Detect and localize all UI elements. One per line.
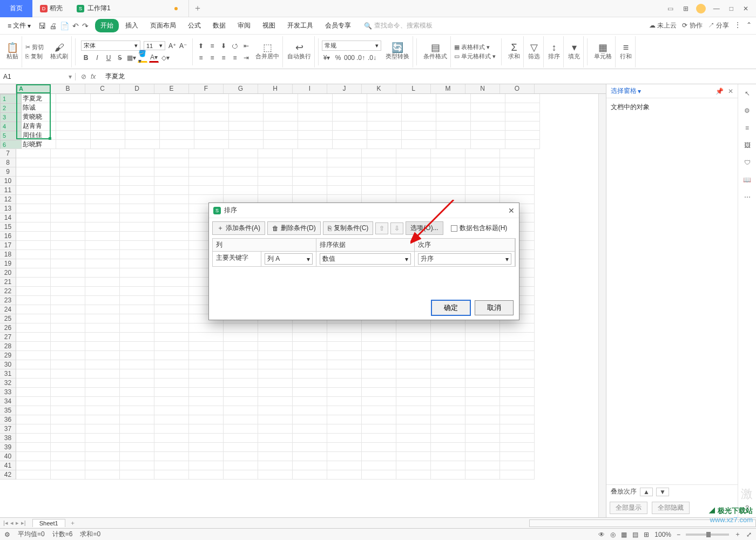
move-down-button[interactable]: ⇩ bbox=[390, 222, 403, 234]
font-select[interactable]: 宋体▾ bbox=[81, 40, 140, 51]
redo-icon[interactable]: ↷ bbox=[82, 22, 89, 30]
rail-protect-icon[interactable]: 🛡 bbox=[744, 159, 751, 166]
grow-font-icon[interactable]: A⁺ bbox=[168, 42, 176, 50]
sheet-last-icon[interactable]: ▸| bbox=[21, 519, 26, 526]
options-button[interactable]: 选项(O)... bbox=[406, 221, 443, 235]
preview-icon[interactable]: 📄 bbox=[60, 22, 69, 30]
bold-icon[interactable]: B bbox=[81, 53, 91, 63]
tab-data[interactable]: 数据 bbox=[207, 19, 231, 32]
font-color-icon[interactable]: A▾ bbox=[149, 53, 159, 63]
command-search[interactable]: 🔍 查找命令、搜索模板 bbox=[364, 21, 433, 30]
tab-add-button[interactable]: ＋ bbox=[189, 3, 206, 14]
comma-icon[interactable]: 000 bbox=[345, 53, 354, 63]
reading-icon[interactable]: 👁 bbox=[598, 531, 605, 538]
wrap-button[interactable]: ↩自动换行 bbox=[284, 36, 315, 68]
close-pane-icon[interactable]: ✕ bbox=[728, 87, 733, 95]
add-condition-button[interactable]: ＋ 添加条件(A) bbox=[212, 221, 265, 235]
collab-button[interactable]: ⟳ 协作 bbox=[682, 21, 702, 30]
inc-dec-icon[interactable]: .0↑ bbox=[356, 53, 366, 63]
view-break-icon[interactable]: ⊞ bbox=[644, 531, 649, 538]
undo-icon[interactable]: ↶ bbox=[72, 22, 79, 30]
tab-view[interactable]: 视图 bbox=[257, 19, 281, 32]
more-icon[interactable]: ⋮ bbox=[734, 21, 741, 30]
merge-button[interactable]: ⬚合并居中 bbox=[252, 36, 283, 68]
order-select[interactable]: 升序▾ bbox=[418, 253, 511, 265]
dialog-close-icon[interactable]: ✕ bbox=[508, 206, 515, 215]
print-icon[interactable]: 🖨 bbox=[49, 22, 57, 30]
view-page-icon[interactable]: ▤ bbox=[632, 531, 638, 538]
conditional-format-button[interactable]: ▤条件格式 bbox=[420, 36, 451, 68]
clear-format-icon[interactable]: ◇▾ bbox=[160, 53, 170, 63]
cancel-button[interactable]: 取消 bbox=[475, 300, 514, 315]
fx-icon[interactable]: fx bbox=[91, 73, 96, 80]
window-restore[interactable]: □ bbox=[727, 4, 735, 14]
strike-icon[interactable]: S̶ bbox=[115, 53, 125, 63]
save-icon[interactable]: 🖫 bbox=[38, 22, 46, 30]
sort-by-select[interactable]: 数值▾ bbox=[320, 253, 411, 265]
fill-color-icon[interactable]: 🪣▾ bbox=[138, 53, 147, 63]
add-sheet-button[interactable]: ＋ bbox=[70, 519, 76, 527]
sum-button[interactable]: Σ求和 bbox=[505, 36, 524, 68]
fx-cancel-icon[interactable]: ⊘ bbox=[81, 73, 86, 80]
align-top-icon[interactable]: ⬆ bbox=[196, 41, 206, 51]
rail-book-icon[interactable]: 📖 bbox=[743, 176, 751, 184]
tab-insert[interactable]: 插入 bbox=[120, 19, 144, 32]
rail-more-icon[interactable]: ⋯ bbox=[744, 193, 751, 201]
copy-button[interactable]: ⎘ 复制 bbox=[25, 52, 44, 60]
hide-all-button[interactable]: 全部隐藏 bbox=[652, 502, 690, 514]
font-size-select[interactable]: 11▾ bbox=[144, 41, 165, 50]
table-style-button[interactable]: ▦ 表格样式▾ bbox=[454, 43, 496, 51]
tab-review[interactable]: 审阅 bbox=[232, 19, 256, 32]
cells-button[interactable]: ▦单元格 bbox=[591, 36, 616, 68]
align-center-icon[interactable]: ≡ bbox=[207, 53, 217, 63]
fill-button[interactable]: ▾填充 bbox=[565, 36, 584, 68]
dec-dec-icon[interactable]: .0↓ bbox=[367, 53, 377, 63]
ok-button[interactable]: 确定 bbox=[431, 300, 470, 315]
window-minimize[interactable]: — bbox=[711, 4, 722, 14]
paste-group[interactable]: 📋粘贴 bbox=[3, 36, 22, 68]
rows-button[interactable]: ≡行和 bbox=[617, 36, 636, 68]
sheet-next-icon[interactable]: ▸ bbox=[16, 519, 19, 526]
zoom-out-icon[interactable]: − bbox=[677, 531, 680, 538]
formula-input[interactable]: 李夏龙 bbox=[101, 72, 756, 81]
tab-pagelayout[interactable]: 页面布局 bbox=[145, 19, 181, 32]
underline-icon[interactable]: U bbox=[104, 53, 113, 63]
tab-formula[interactable]: 公式 bbox=[183, 19, 206, 32]
indent-inc-icon[interactable]: ⇥ bbox=[241, 53, 251, 63]
tab-docker-shell[interactable]: D 稻壳 bbox=[32, 0, 70, 17]
sheet-prev-icon[interactable]: ◂ bbox=[10, 519, 14, 526]
move-down-icon[interactable]: ▼ bbox=[656, 488, 669, 496]
focus-icon[interactable]: ◎ bbox=[610, 531, 616, 538]
avatar[interactable] bbox=[696, 4, 706, 14]
rail-image-icon[interactable]: 🖼 bbox=[744, 141, 751, 149]
tab-devtools[interactable]: 开发工具 bbox=[282, 19, 319, 32]
column-select[interactable]: 列 A▾ bbox=[265, 253, 313, 265]
move-up-icon[interactable]: ▲ bbox=[640, 488, 653, 496]
rail-select-icon[interactable]: ↖ bbox=[745, 90, 750, 97]
collapse-ribbon-icon[interactable]: ⌃ bbox=[746, 21, 752, 30]
align-right-icon[interactable]: ≡ bbox=[219, 53, 228, 63]
sort-button[interactable]: ↕排序 bbox=[545, 36, 564, 68]
tab-member[interactable]: 会员专享 bbox=[320, 19, 356, 32]
pin-icon[interactable]: 📌 bbox=[716, 87, 724, 95]
align-left-icon[interactable]: ≡ bbox=[196, 53, 206, 63]
view-normal-icon[interactable]: ▦ bbox=[621, 531, 627, 538]
cut-button[interactable]: ✂ 剪切 bbox=[25, 43, 44, 51]
expand-icon[interactable]: ⤢ bbox=[746, 531, 752, 538]
copy-condition-button[interactable]: ⎘ 复制条件(C) bbox=[323, 221, 374, 235]
name-box[interactable]: A1▾ bbox=[0, 73, 76, 80]
italic-icon[interactable]: I bbox=[92, 53, 102, 63]
tab-home[interactable]: 首页 bbox=[0, 0, 32, 17]
delete-condition-button[interactable]: 🗑 删除条件(D) bbox=[267, 221, 321, 235]
cloud-status[interactable]: ☁ 未上云 bbox=[649, 21, 677, 30]
indent-dec-icon[interactable]: ⇤ bbox=[241, 41, 251, 51]
justify-icon[interactable]: ≡ bbox=[230, 53, 240, 63]
file-menu[interactable]: ≡ 文件 ▾ bbox=[4, 20, 34, 31]
sheet-first-icon[interactable]: |◂ bbox=[3, 519, 8, 526]
rail-settings-icon[interactable]: ⚙ bbox=[744, 107, 750, 114]
percent-icon[interactable]: % bbox=[333, 53, 343, 63]
mode-icon[interactable]: ⚙ bbox=[4, 531, 10, 538]
type-convert-button[interactable]: 🔄类型转换 bbox=[382, 36, 413, 68]
shrink-font-icon[interactable]: A⁻ bbox=[179, 42, 187, 50]
zoom-slider[interactable] bbox=[686, 534, 729, 536]
